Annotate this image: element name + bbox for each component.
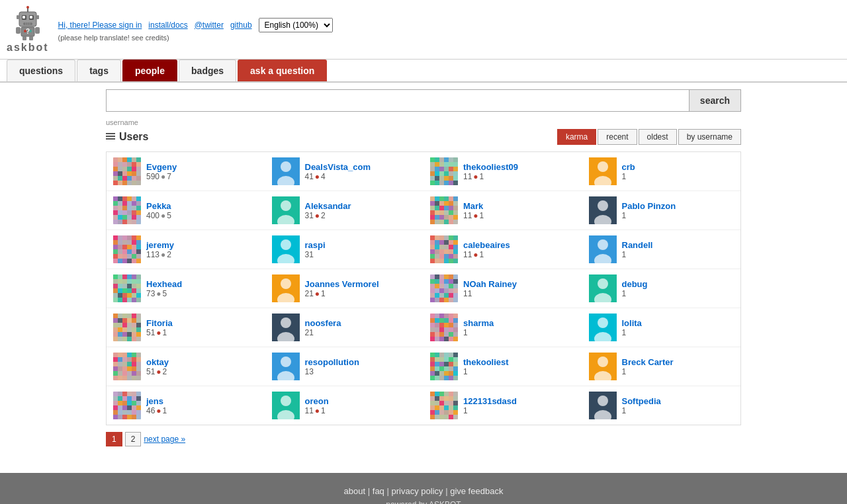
page-2[interactable]: 2 bbox=[125, 432, 142, 446]
user-name-link[interactable]: Softpedia bbox=[622, 396, 661, 406]
svg-rect-281 bbox=[118, 288, 122, 293]
user-name-link[interactable]: crb bbox=[622, 162, 635, 172]
svg-rect-122 bbox=[122, 210, 127, 215]
user-name-link[interactable]: NOah Rainey bbox=[463, 279, 517, 289]
install-docs-link[interactable]: install/docs bbox=[148, 21, 187, 30]
user-name-link[interactable]: jens bbox=[146, 396, 167, 406]
svg-rect-196 bbox=[122, 245, 127, 249]
nav-badges[interactable]: badges bbox=[179, 60, 236, 81]
avatar bbox=[430, 353, 458, 380]
svg-rect-215 bbox=[127, 259, 132, 263]
svg-rect-558 bbox=[449, 401, 453, 405]
footer-feedback[interactable]: give feedback bbox=[450, 486, 503, 496]
avatar bbox=[589, 353, 617, 380]
search-button[interactable]: search bbox=[690, 89, 741, 112]
next-page[interactable]: next page » bbox=[144, 435, 185, 444]
svg-rect-278 bbox=[132, 284, 136, 288]
search-input[interactable] bbox=[106, 89, 690, 112]
user-name-link[interactable]: lolita bbox=[622, 318, 642, 328]
user-name-link[interactable]: oreon bbox=[305, 396, 329, 406]
user-name-link[interactable]: Hexhead bbox=[146, 279, 182, 289]
svg-rect-354 bbox=[113, 323, 118, 327]
svg-rect-160 bbox=[430, 210, 435, 215]
footer-about[interactable]: about bbox=[344, 486, 366, 496]
svg-rect-530 bbox=[132, 410, 136, 415]
svg-rect-567 bbox=[435, 410, 439, 415]
svg-rect-466 bbox=[449, 353, 453, 357]
user-name-link[interactable]: Pekka bbox=[146, 201, 171, 211]
user-name-link[interactable]: debug bbox=[622, 279, 648, 289]
user-entry: Fitoria 51●1 bbox=[113, 314, 259, 341]
user-name-link[interactable]: thekooliest09 bbox=[463, 162, 518, 172]
users-table: Evgeny 590●7 DealsVista_com 41●4 bbox=[107, 152, 740, 425]
svg-rect-551 bbox=[444, 396, 449, 401]
svg-rect-54 bbox=[122, 181, 127, 185]
language-selector-wrapper: English (100%) bbox=[259, 18, 333, 32]
svg-rect-251 bbox=[453, 254, 458, 259]
svg-rect-399 bbox=[453, 323, 458, 327]
svg-rect-451 bbox=[136, 371, 141, 376]
user-name-link[interactable]: Aleksandar bbox=[305, 201, 351, 211]
svg-rect-395 bbox=[435, 323, 439, 327]
sort-recent[interactable]: recent bbox=[598, 129, 637, 145]
footer-faq[interactable]: faq bbox=[373, 486, 384, 496]
svg-rect-531 bbox=[136, 410, 141, 415]
svg-rect-503 bbox=[118, 392, 122, 396]
svg-rect-277 bbox=[127, 284, 132, 288]
user-name-link[interactable]: Mark bbox=[463, 201, 484, 211]
svg-rect-465 bbox=[444, 353, 449, 357]
user-info: calebeaires 11●1 bbox=[463, 240, 510, 259]
svg-rect-302 bbox=[430, 274, 435, 279]
svg-rect-63 bbox=[435, 157, 439, 162]
svg-rect-524 bbox=[132, 405, 136, 410]
svg-rect-559 bbox=[453, 401, 458, 405]
sort-oldest[interactable]: oldest bbox=[639, 129, 677, 145]
user-name-link[interactable]: Pablo Pinzon bbox=[622, 201, 676, 211]
user-name-link[interactable]: Fitoria bbox=[146, 318, 173, 328]
svg-rect-504 bbox=[122, 392, 127, 396]
twitter-link[interactable]: @twitter bbox=[195, 21, 224, 30]
user-name-link[interactable]: Randell bbox=[622, 240, 653, 250]
user-entry: oreon 11●1 bbox=[272, 392, 418, 419]
sign-in-link[interactable]: Hi, there! Please sign in bbox=[58, 21, 142, 30]
svg-rect-135 bbox=[127, 220, 132, 224]
svg-rect-18 bbox=[22, 36, 26, 40]
user-name-link[interactable]: oktay bbox=[146, 357, 169, 367]
sort-karma[interactable]: karma bbox=[557, 129, 596, 145]
svg-rect-492 bbox=[430, 376, 435, 380]
footer-privacy[interactable]: privacy policy bbox=[392, 486, 443, 496]
user-name-link[interactable]: DealsVista_com bbox=[305, 162, 371, 172]
page-1[interactable]: 1 bbox=[106, 432, 122, 446]
svg-rect-444 bbox=[132, 366, 136, 371]
user-name-link[interactable]: resopollution bbox=[305, 357, 359, 367]
svg-rect-456 bbox=[132, 376, 136, 380]
svg-rect-348 bbox=[113, 318, 118, 323]
svg-rect-265 bbox=[127, 274, 132, 279]
nav-questions[interactable]: questions bbox=[7, 60, 75, 81]
nav-tags[interactable]: tags bbox=[77, 60, 121, 81]
user-name-link[interactable]: sharma bbox=[463, 318, 494, 328]
user-info: oktay 51●2 bbox=[146, 357, 169, 376]
user-name-link[interactable]: Joannes Vermorel bbox=[305, 279, 379, 289]
github-link[interactable]: github bbox=[230, 21, 252, 30]
nav-people[interactable]: people bbox=[122, 60, 177, 81]
svg-rect-306 bbox=[449, 274, 453, 279]
svg-rect-276 bbox=[122, 284, 127, 288]
sort-username[interactable]: by username bbox=[678, 129, 741, 145]
user-name-link[interactable]: thekooliest bbox=[463, 357, 509, 367]
user-name-link[interactable]: calebeaires bbox=[463, 240, 510, 250]
user-name-link[interactable]: Breck Carter bbox=[622, 357, 674, 367]
user-entry: Randell 1 bbox=[589, 235, 735, 263]
svg-rect-236 bbox=[439, 245, 444, 249]
user-name-link[interactable]: noosfera bbox=[305, 318, 341, 328]
svg-rect-569 bbox=[444, 410, 449, 415]
svg-rect-493 bbox=[435, 376, 439, 380]
svg-rect-74 bbox=[430, 167, 435, 171]
svg-rect-43 bbox=[127, 171, 132, 176]
nav-ask[interactable]: ask a question bbox=[238, 60, 327, 81]
user-name-link[interactable]: 122131sdasd bbox=[463, 396, 517, 406]
user-name-link[interactable]: jeremy bbox=[146, 240, 174, 250]
language-select[interactable]: English (100%) bbox=[259, 18, 333, 32]
user-name-link[interactable]: raspi bbox=[305, 240, 326, 250]
user-name-link[interactable]: Evgeny bbox=[146, 162, 177, 172]
